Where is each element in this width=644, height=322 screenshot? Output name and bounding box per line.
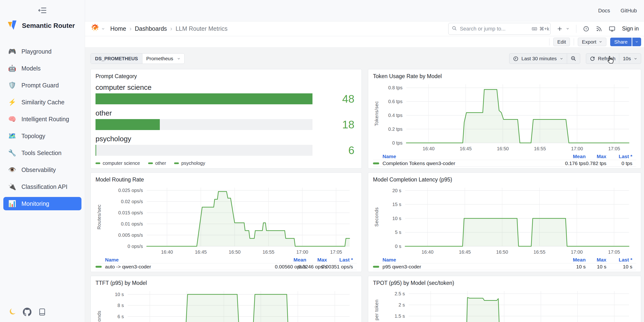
chevron-down-icon	[634, 57, 637, 60]
theme-moon-icon[interactable]	[8, 308, 16, 316]
org-switcher-chevron-icon[interactable]	[101, 27, 105, 31]
svg-text:17:05: 17:05	[608, 249, 620, 254]
legend-item[interactable]: computer science	[96, 160, 140, 166]
sidebar-item-classification-api[interactable]: 🔌Classification API	[3, 180, 82, 194]
column-header-mean[interactable]: Mean	[573, 154, 586, 159]
monitoring-icon: 📊	[8, 200, 16, 208]
svg-text:16:45: 16:45	[460, 146, 472, 151]
legend-series-marker	[373, 266, 379, 268]
intelligent-routing-icon: 🧠	[8, 115, 16, 123]
svg-text:16:45: 16:45	[459, 249, 471, 254]
legend-item[interactable]: psychology	[174, 160, 205, 166]
legend-series-marker	[148, 162, 153, 164]
svg-text:Seconds per token: Seconds per token	[374, 299, 379, 322]
docs-link[interactable]: Docs	[598, 8, 610, 14]
column-header-max[interactable]: Max	[317, 257, 327, 263]
series-name[interactable]: Completion Tokens qwen3-coder	[382, 160, 455, 166]
series-stat-value: 10 s	[576, 264, 586, 270]
breadcrumb-home[interactable]: Home	[110, 25, 126, 32]
legend-table-row: Completion Tokens qwen3-coder0.176 tps0.…	[373, 160, 636, 167]
search-input[interactable]	[460, 26, 528, 32]
datasource-select[interactable]: Prometheus	[142, 54, 184, 64]
panel-title: Model Completion Latency (p95)	[373, 176, 636, 183]
column-header-name[interactable]: Name	[382, 154, 396, 159]
column-header-mean[interactable]: Mean	[294, 257, 306, 263]
column-header-name[interactable]: Name	[382, 257, 396, 263]
series-stat-value: 0.176 tps	[565, 160, 586, 166]
observability-icon: 👁️	[8, 166, 16, 174]
add-new-icon[interactable]	[557, 26, 562, 32]
github-link[interactable]: GitHub	[621, 8, 637, 14]
sidebar-item-playground[interactable]: 🎮Playground	[3, 45, 82, 58]
column-header-name[interactable]: Name	[105, 257, 118, 263]
kiosk-monitor-icon[interactable]	[609, 26, 616, 32]
time-range-picker[interactable]: Last 30 minutes	[510, 54, 566, 64]
github-icon[interactable]	[23, 308, 32, 316]
edit-button[interactable]: Edit	[553, 38, 570, 46]
series-name[interactable]: auto -> qwen3-coder	[105, 264, 151, 270]
legend-table-row: auto -> qwen3-coder0.00560 ops/s0.0246 o…	[96, 263, 357, 270]
refresh-interval-select[interactable]: 10s	[619, 54, 641, 64]
collapse-sidebar-icon[interactable]	[38, 7, 46, 14]
panel-prompt-category: Prompt Category computer science48other1…	[90, 69, 362, 168]
svg-text:10 s: 10 s	[392, 216, 401, 221]
sidebar-item-intelligent-routing[interactable]: 🧠Intelligent Routing	[3, 112, 82, 126]
search-box[interactable]: ⌘+k	[448, 23, 551, 35]
svg-text:16:50: 16:50	[229, 249, 240, 254]
zoom-out-time-button[interactable]	[567, 54, 580, 64]
news-rss-icon[interactable]	[596, 26, 602, 32]
bar-fill	[96, 119, 160, 130]
bar-value: 18	[312, 119, 357, 130]
share-button[interactable]: Share	[610, 38, 632, 46]
bar-track	[96, 145, 312, 156]
dashboard-canvas: DS_PROMETHEUS Prometheus Last 30 minutes	[85, 48, 644, 322]
svg-text:10 s: 10 s	[115, 292, 124, 297]
grafana-navbar: Home › Dashboards › LLM Router Metrics ⌘…	[85, 22, 644, 36]
topology-icon: 🗺️	[8, 132, 16, 140]
datasource-picker: DS_PROMETHEUS Prometheus	[90, 53, 184, 64]
sidebar-item-label: Tools Selection	[22, 150, 62, 156]
bar-gauge-legend: computer scienceotherpsychology	[96, 160, 357, 166]
docs-book-icon[interactable]	[38, 308, 46, 316]
column-header-max[interactable]: Max	[596, 154, 606, 159]
breadcrumb-dashboards[interactable]: Dashboards	[135, 25, 167, 32]
similarity-cache-icon: ⚡	[8, 98, 16, 106]
sidebar-item-prompt-guard[interactable]: 🛡️Prompt Guard	[3, 78, 82, 92]
column-header-last[interactable]: Last *	[340, 257, 353, 263]
legend-table-header: NameMeanMaxLast *	[373, 153, 636, 160]
export-button[interactable]: Export	[578, 38, 606, 46]
grafana-logo-icon[interactable]	[90, 24, 100, 34]
svg-text:17:00: 17:00	[571, 249, 583, 254]
svg-text:16:55: 16:55	[262, 249, 274, 254]
column-header-last[interactable]: Last *	[619, 154, 632, 159]
column-header-mean[interactable]: Mean	[573, 257, 586, 263]
sidebar-item-observability[interactable]: 👁️Observability	[3, 163, 82, 176]
bar-category-label: computer science	[96, 83, 357, 92]
brand: Semantic Router	[0, 16, 85, 37]
help-icon[interactable]: ?	[583, 26, 589, 32]
series-name[interactable]: p95 qwen3-coder	[382, 264, 421, 270]
sidebar-item-models[interactable]: 🤖Models	[3, 62, 82, 75]
timeseries-chart[interactable]: 0 s2 s4 s6 s8 s10 s16:4016:4516:5016:551…	[96, 288, 357, 322]
breadcrumb-separator: ›	[170, 25, 172, 32]
column-header-max[interactable]: Max	[596, 257, 606, 263]
svg-text:1.5 s: 1.5 s	[395, 314, 405, 319]
timeseries-chart[interactable]: 0 tps0.2 tps0.4 tps0.6 tps0.8 tps16:4016…	[373, 82, 636, 153]
svg-text:Seconds: Seconds	[96, 310, 102, 322]
refresh-button[interactable]: Refresh	[586, 54, 619, 64]
sidebar-item-topology[interactable]: 🗺️Topology	[3, 129, 82, 143]
add-new-chevron-icon[interactable]	[566, 27, 570, 30]
sign-in-button[interactable]: Sign in	[622, 26, 639, 32]
timeseries-chart[interactable]: 0 s0.5 s1 s1.5 s2 s2.5 s16:4016:4516:501…	[373, 288, 636, 322]
sidebar-item-similarity-cache[interactable]: ⚡Similarity Cache	[3, 96, 82, 109]
series-stat-value: 0.00351 ops/s	[322, 264, 353, 270]
bar-gauge-row: computer science48	[96, 83, 357, 104]
sidebar-item-tools-selection[interactable]: 🔧Tools Selection	[3, 146, 82, 160]
legend-table-header: NameMeanMaxLast *	[96, 256, 357, 263]
column-header-last[interactable]: Last *	[619, 257, 632, 263]
timeseries-chart[interactable]: 0 s5 s10 s15 s20 s16:4016:4516:5016:5517…	[373, 185, 636, 256]
timeseries-chart[interactable]: 0 ops/s0.005 ops/s0.01 ops/s0.015 ops/s0…	[96, 185, 357, 256]
legend-item[interactable]: other	[148, 160, 166, 166]
sidebar-item-monitoring[interactable]: 📊Monitoring	[3, 197, 82, 210]
share-dropdown-button[interactable]	[632, 38, 641, 46]
